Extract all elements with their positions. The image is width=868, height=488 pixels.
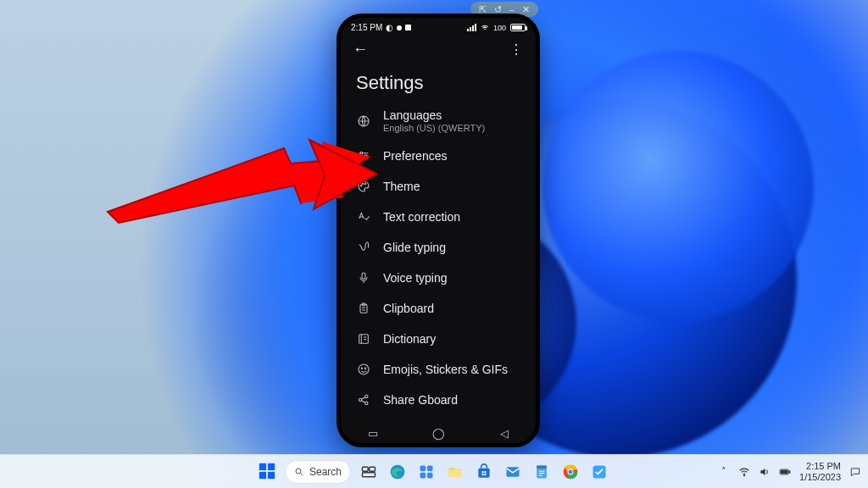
nav-recent-button[interactable]: ▭ xyxy=(368,427,378,440)
settings-item-label: Preferences xyxy=(383,149,447,163)
settings-item-glide-typing[interactable]: Glide typing xyxy=(342,232,532,263)
nav-back-button[interactable]: ◁ xyxy=(500,427,509,440)
globe-icon xyxy=(356,114,371,129)
settings-item-text-correction[interactable]: Text correction xyxy=(342,202,532,232)
tray-chevron-icon[interactable]: ˄ xyxy=(718,466,730,478)
settings-list: Languages English (US) (QWERTY) Preferen… xyxy=(341,101,536,415)
signal-icon xyxy=(467,24,476,31)
taskbar-taskview[interactable] xyxy=(358,461,380,483)
svg-rect-10 xyxy=(359,335,369,344)
svg-rect-36 xyxy=(484,471,486,473)
settings-item-dictionary[interactable]: Dictionary xyxy=(342,324,532,354)
settings-item-label: Text correction xyxy=(383,210,460,224)
dnd-icon: ◐ xyxy=(386,23,393,32)
battery-percent: 100 xyxy=(493,24,506,32)
svg-rect-33 xyxy=(449,469,462,476)
clipboard-icon xyxy=(356,301,371,316)
svg-rect-35 xyxy=(482,471,484,473)
svg-rect-26 xyxy=(370,467,376,471)
scrcpy-minimize-icon[interactable]: – xyxy=(509,5,515,14)
taskbar-search[interactable]: Search xyxy=(285,460,351,484)
back-button[interactable]: ← xyxy=(353,41,368,58)
taskbar-explorer[interactable] xyxy=(444,461,466,483)
taskbar-notepad[interactable] xyxy=(531,461,553,483)
taskbar-tray: ˄ 2:15 PM 1/15/2023 xyxy=(718,461,861,482)
svg-rect-21 xyxy=(268,463,275,469)
taskbar-chrome[interactable] xyxy=(559,461,581,483)
settings-item-label: Glide typing xyxy=(383,241,446,254)
svg-point-2 xyxy=(364,155,367,158)
settings-item-voice-typing[interactable]: Voice typing xyxy=(342,263,532,293)
settings-item-clipboard[interactable]: Clipboard xyxy=(342,293,532,324)
start-button[interactable] xyxy=(258,462,278,482)
taskbar-time: 2:15 PM xyxy=(799,461,841,472)
nav-home-button[interactable]: ◯ xyxy=(432,427,445,440)
settings-item-label: Clipboard xyxy=(383,302,434,315)
notification-dot-icon xyxy=(405,25,411,30)
emoji-icon xyxy=(356,362,371,377)
sliders-icon xyxy=(356,148,371,164)
svg-point-46 xyxy=(743,474,744,475)
scrcpy-undo-icon[interactable]: ↺ xyxy=(494,5,502,14)
svg-point-1 xyxy=(360,152,363,154)
tray-wifi-icon[interactable] xyxy=(738,466,750,478)
app-header: ← ⋮ xyxy=(341,36,536,60)
svg-rect-37 xyxy=(482,474,484,475)
share-icon xyxy=(356,392,371,408)
settings-item-label: Share Gboard xyxy=(383,393,458,407)
taskbar-search-label: Search xyxy=(309,466,342,478)
taskbar-edge[interactable] xyxy=(387,461,409,483)
svg-rect-48 xyxy=(789,470,790,472)
svg-rect-38 xyxy=(484,474,486,475)
status-time: 2:15 PM xyxy=(351,23,382,32)
svg-rect-7 xyxy=(362,273,365,279)
svg-rect-20 xyxy=(259,463,266,469)
settings-item-label: Voice typing xyxy=(383,271,448,285)
svg-rect-23 xyxy=(268,471,275,478)
svg-point-11 xyxy=(359,364,369,374)
svg-point-24 xyxy=(296,469,301,474)
phone-frame: 2:15 PM ◐ 100 ← ⋮ Settings Languages Eng… xyxy=(337,14,540,447)
settings-item-share[interactable]: Share Gboard xyxy=(342,385,532,415)
scrcpy-close-icon[interactable]: ✕ xyxy=(522,5,530,14)
settings-item-label: Languages xyxy=(383,108,485,122)
tray-notifications-icon[interactable] xyxy=(849,466,861,478)
mic-icon xyxy=(356,270,371,286)
settings-item-label: Theme xyxy=(383,180,420,193)
taskbar-store[interactable] xyxy=(473,461,495,483)
svg-point-6 xyxy=(364,183,365,184)
svg-point-5 xyxy=(362,183,363,184)
overflow-menu-button[interactable]: ⋮ xyxy=(509,42,524,58)
taskbar-mail[interactable] xyxy=(502,461,524,483)
settings-item-emojis[interactable]: Emojis, Stickers & GIFs xyxy=(342,354,532,385)
page-title: Settings xyxy=(341,60,536,101)
svg-rect-25 xyxy=(363,467,369,471)
settings-item-preferences[interactable]: Preferences xyxy=(342,141,532,171)
svg-point-44 xyxy=(569,469,573,474)
taskbar-app[interactable] xyxy=(588,461,610,483)
status-bar: 2:15 PM ◐ 100 xyxy=(341,18,536,36)
settings-item-sub: English (US) (QWERTY) xyxy=(383,123,485,133)
search-icon xyxy=(294,467,304,477)
gesture-icon xyxy=(356,240,371,255)
svg-point-12 xyxy=(361,368,362,369)
dictionary-icon xyxy=(356,331,371,347)
android-nav-bar: ▭ ◯ ◁ xyxy=(341,427,536,440)
taskbar-date: 1/15/2023 xyxy=(799,472,841,483)
taskbar-clock[interactable]: 2:15 PM 1/15/2023 xyxy=(799,461,841,482)
tray-battery-icon[interactable] xyxy=(779,466,791,478)
scrcpy-pin-icon[interactable]: ⇱ xyxy=(479,5,487,14)
settings-item-label: Emojis, Stickers & GIFs xyxy=(383,363,508,376)
spellcheck-icon xyxy=(356,209,371,225)
settings-item-languages[interactable]: Languages English (US) (QWERTY) xyxy=(342,101,532,141)
taskbar-widgets[interactable] xyxy=(415,461,437,483)
svg-rect-34 xyxy=(478,468,489,477)
palette-icon xyxy=(356,179,371,194)
settings-item-label: Dictionary xyxy=(383,332,436,346)
settings-item-theme[interactable]: Theme xyxy=(342,171,532,202)
svg-rect-30 xyxy=(427,465,433,471)
wifi-icon xyxy=(481,24,489,32)
notification-dot-icon xyxy=(397,25,402,30)
tray-volume-icon[interactable] xyxy=(759,466,771,478)
wallpaper-bloom xyxy=(542,51,814,322)
